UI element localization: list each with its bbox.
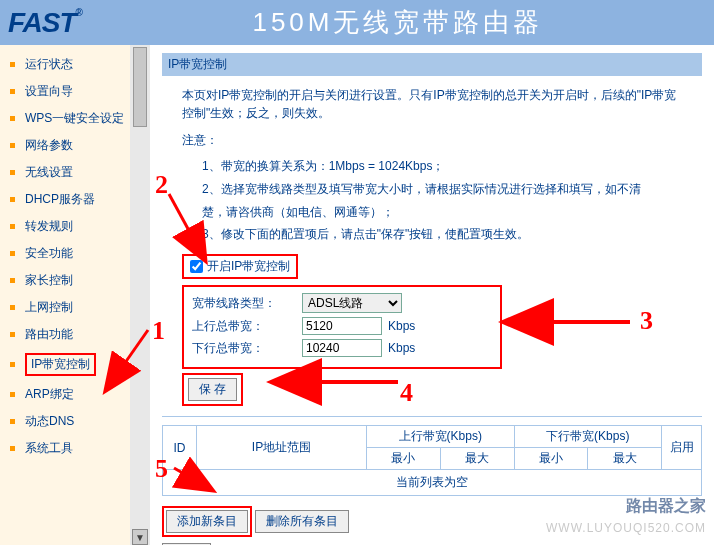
th-up: 上行带宽(Kbps) bbox=[367, 426, 515, 448]
sidebar-item-label: 无线设置 bbox=[25, 164, 73, 181]
sidebar-item-label: 动态DNS bbox=[25, 413, 74, 430]
th-min: 最小 bbox=[514, 448, 588, 470]
bandwidth-table: ID IP地址范围 上行带宽(Kbps) 下行带宽(Kbps) 启用 最小 最大… bbox=[162, 425, 702, 496]
sidebar-item-1[interactable]: 设置向导 bbox=[10, 78, 130, 105]
sidebar: 运行状态设置向导WPS一键安全设定网络参数无线设置DHCP服务器转发规则安全功能… bbox=[0, 45, 130, 545]
note-line: 2、选择宽带线路类型及填写带宽大小时，请根据实际情况进行选择和填写，如不清楚，请… bbox=[202, 178, 662, 224]
th-down: 下行带宽(Kbps) bbox=[514, 426, 662, 448]
bullet-icon bbox=[10, 278, 15, 283]
note-list: 1、带宽的换算关系为：1Mbps = 1024Kbps；2、选择宽带线路类型及填… bbox=[162, 155, 702, 246]
sidebar-item-label: 系统工具 bbox=[25, 440, 73, 457]
delete-all-button[interactable]: 删除所有条目 bbox=[255, 510, 349, 533]
th-max: 最大 bbox=[440, 448, 514, 470]
sidebar-item-6[interactable]: 转发规则 bbox=[10, 213, 130, 240]
line-type-select[interactable]: ADSL线路 bbox=[302, 293, 402, 313]
sidebar-item-label: 转发规则 bbox=[25, 218, 73, 235]
logo: FAST® bbox=[0, 7, 82, 39]
sidebar-item-14[interactable]: 系统工具 bbox=[10, 435, 130, 462]
enable-ip-bandwidth-checkbox[interactable]: 开启IP带宽控制 bbox=[182, 254, 298, 279]
downstream-label: 下行总带宽： bbox=[192, 340, 302, 357]
sidebar-item-13[interactable]: 动态DNS bbox=[10, 408, 130, 435]
save-button[interactable]: 保 存 bbox=[188, 378, 237, 401]
sidebar-item-2[interactable]: WPS一键安全设定 bbox=[10, 105, 130, 132]
sidebar-item-label: WPS一键安全设定 bbox=[25, 110, 124, 127]
note-line: 3、修改下面的配置项后，请点击"保存"按钮，使配置项生效。 bbox=[202, 223, 662, 246]
bullet-icon bbox=[10, 332, 15, 337]
bullet-icon bbox=[10, 446, 15, 451]
bullet-icon bbox=[10, 89, 15, 94]
bullet-icon bbox=[10, 305, 15, 310]
th-enable: 启用 bbox=[662, 426, 702, 470]
th-min: 最小 bbox=[367, 448, 441, 470]
config-section: 宽带线路类型： ADSL线路 上行总带宽： Kbps 下行总带宽： Kbps bbox=[182, 285, 502, 369]
upstream-label: 上行总带宽： bbox=[192, 318, 302, 335]
table-empty: 当前列表为空 bbox=[163, 470, 702, 496]
enable-label: 开启IP带宽控制 bbox=[207, 258, 290, 275]
sidebar-item-3[interactable]: 网络参数 bbox=[10, 132, 130, 159]
th-max: 最大 bbox=[588, 448, 662, 470]
downstream-input[interactable] bbox=[302, 339, 382, 357]
bullet-icon bbox=[10, 251, 15, 256]
description: 本页对IP带宽控制的开启与关闭进行设置。只有IP带宽控制的总开关为开启时，后续的… bbox=[162, 76, 702, 132]
th-id: ID bbox=[163, 426, 197, 470]
sidebar-item-label: 运行状态 bbox=[25, 56, 73, 73]
bullet-icon bbox=[10, 419, 15, 424]
th-range: IP地址范围 bbox=[197, 426, 367, 470]
line-type-label: 宽带线路类型： bbox=[192, 295, 302, 312]
bullet-icon bbox=[10, 197, 15, 202]
header: FAST® 150M无线宽带路由器 bbox=[0, 0, 714, 45]
sidebar-item-8[interactable]: 家长控制 bbox=[10, 267, 130, 294]
scrollbar-down-arrow[interactable]: ▼ bbox=[132, 529, 148, 545]
scrollbar-thumb[interactable] bbox=[133, 47, 147, 127]
sidebar-item-10[interactable]: 路由功能 bbox=[10, 321, 130, 348]
sidebar-item-label: IP带宽控制 bbox=[25, 353, 96, 376]
note-title: 注意： bbox=[162, 132, 702, 149]
sidebar-item-0[interactable]: 运行状态 bbox=[10, 51, 130, 78]
add-entry-button[interactable]: 添加新条目 bbox=[166, 510, 248, 533]
sidebar-item-label: 设置向导 bbox=[25, 83, 73, 100]
bullet-icon bbox=[10, 392, 15, 397]
sidebar-item-label: 安全功能 bbox=[25, 245, 73, 262]
unit-label: Kbps bbox=[388, 341, 415, 355]
sidebar-item-9[interactable]: 上网控制 bbox=[10, 294, 130, 321]
sidebar-item-label: 网络参数 bbox=[25, 137, 73, 154]
main-panel: IP带宽控制 本页对IP带宽控制的开启与关闭进行设置。只有IP带宽控制的总开关为… bbox=[150, 45, 714, 545]
bullet-icon bbox=[10, 143, 15, 148]
sidebar-scrollbar[interactable]: ▼ bbox=[130, 45, 150, 545]
sidebar-item-label: 家长控制 bbox=[25, 272, 73, 289]
save-button-highlight: 保 存 bbox=[182, 373, 243, 406]
sidebar-item-7[interactable]: 安全功能 bbox=[10, 240, 130, 267]
bullet-icon bbox=[10, 170, 15, 175]
sidebar-item-5[interactable]: DHCP服务器 bbox=[10, 186, 130, 213]
sidebar-item-12[interactable]: ARP绑定 bbox=[10, 381, 130, 408]
bullet-icon bbox=[10, 224, 15, 229]
bullet-icon bbox=[10, 62, 15, 67]
upstream-input[interactable] bbox=[302, 317, 382, 335]
panel-title: IP带宽控制 bbox=[162, 53, 702, 76]
sidebar-item-label: DHCP服务器 bbox=[25, 191, 95, 208]
sidebar-item-label: 上网控制 bbox=[25, 299, 73, 316]
unit-label: Kbps bbox=[388, 319, 415, 333]
sidebar-item-11[interactable]: IP带宽控制 bbox=[10, 348, 130, 381]
enable-checkbox[interactable] bbox=[190, 260, 203, 273]
bullet-icon bbox=[10, 362, 15, 367]
sidebar-item-label: ARP绑定 bbox=[25, 386, 74, 403]
bullet-icon bbox=[10, 116, 15, 121]
note-line: 1、带宽的换算关系为：1Mbps = 1024Kbps； bbox=[202, 155, 662, 178]
sidebar-item-4[interactable]: 无线设置 bbox=[10, 159, 130, 186]
header-title: 150M无线宽带路由器 bbox=[82, 5, 714, 40]
sidebar-item-label: 路由功能 bbox=[25, 326, 73, 343]
add-button-highlight: 添加新条目 bbox=[162, 506, 252, 537]
